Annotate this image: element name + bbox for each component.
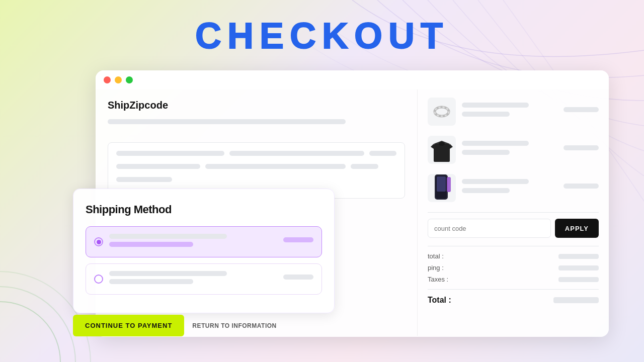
product-info-tshirt bbox=[462, 141, 557, 159]
apply-discount-button[interactable]: APPLY bbox=[555, 219, 599, 238]
subtotal-value bbox=[558, 254, 599, 259]
right-panel: APPLY total : ping : Taxes : Total : bbox=[418, 89, 609, 336]
skeleton bbox=[205, 164, 346, 169]
taxes-row: Taxes : bbox=[428, 276, 599, 283]
skeleton bbox=[116, 151, 224, 156]
divider bbox=[428, 212, 599, 213]
shipping-option-2-details bbox=[109, 271, 277, 287]
total-label: Total : bbox=[428, 296, 451, 305]
return-to-information-button[interactable]: RETURN TO INFORMATION bbox=[192, 322, 276, 329]
skeleton bbox=[564, 145, 599, 150]
skeleton bbox=[462, 103, 529, 108]
discount-code-input[interactable] bbox=[428, 219, 551, 238]
svg-point-1 bbox=[0, 287, 75, 362]
ship-zipcode-title: ShipZipcode bbox=[108, 100, 405, 111]
skeleton-address-line1 bbox=[108, 119, 346, 124]
svg-point-0 bbox=[0, 302, 60, 362]
window-chrome bbox=[96, 70, 609, 89]
subtotal-row: total : bbox=[428, 252, 599, 260]
action-buttons: CONTINUE TO PAYMENT RETURN TO INFORMATIO… bbox=[73, 315, 277, 336]
shipping-label: ping : bbox=[428, 264, 444, 272]
product-image-phone bbox=[428, 174, 456, 202]
skeleton bbox=[462, 112, 510, 117]
skeleton bbox=[462, 141, 529, 146]
product-price-phone bbox=[564, 184, 599, 193]
skeleton bbox=[109, 271, 227, 276]
total-row: Total : bbox=[428, 289, 599, 305]
svg-marker-7 bbox=[450, 144, 453, 149]
shipping-method-card: Shipping Method bbox=[73, 189, 335, 313]
shipping-option-2-price bbox=[283, 275, 313, 284]
shipping-option-2[interactable] bbox=[86, 263, 322, 295]
skeleton bbox=[351, 164, 379, 169]
skeleton bbox=[283, 275, 313, 280]
skeleton bbox=[462, 179, 529, 184]
total-value bbox=[553, 297, 599, 303]
shipping-row: ping : bbox=[428, 264, 599, 272]
taxes-value bbox=[558, 277, 599, 282]
shipping-method-title: Shipping Method bbox=[86, 203, 322, 216]
product-item-phone bbox=[428, 174, 599, 202]
skeleton bbox=[283, 237, 313, 242]
product-image-tshirt bbox=[428, 136, 456, 164]
page-title: CHECKOUT bbox=[0, 15, 644, 56]
window-maximize-btn[interactable] bbox=[126, 76, 133, 83]
svg-rect-13 bbox=[447, 177, 451, 192]
continue-to-payment-button[interactable]: CONTINUE TO PAYMENT bbox=[73, 315, 184, 336]
skeleton bbox=[462, 188, 510, 193]
shipping-value bbox=[558, 265, 599, 270]
shipping-option-1[interactable] bbox=[86, 226, 322, 257]
skeleton bbox=[109, 234, 227, 239]
product-info-ring bbox=[462, 103, 557, 121]
divider2 bbox=[428, 246, 599, 246]
product-item-tshirt bbox=[428, 136, 599, 164]
window-minimize-btn[interactable] bbox=[115, 76, 122, 83]
subtotal-label: total : bbox=[428, 252, 444, 260]
skeleton bbox=[462, 150, 510, 155]
svg-rect-5 bbox=[434, 144, 450, 162]
product-image-ring bbox=[428, 98, 456, 126]
product-info-phone bbox=[462, 179, 557, 197]
skeleton bbox=[109, 279, 193, 284]
product-price-ring bbox=[564, 107, 599, 116]
skeleton bbox=[369, 151, 396, 156]
skeleton bbox=[116, 164, 200, 169]
window-close-btn[interactable] bbox=[104, 76, 111, 83]
taxes-label: Taxes : bbox=[428, 276, 448, 283]
product-price-tshirt bbox=[564, 145, 599, 154]
skeleton bbox=[564, 107, 599, 112]
shipping-option-1-details bbox=[109, 234, 277, 250]
svg-rect-12 bbox=[437, 176, 446, 192]
shipping-option-1-price bbox=[283, 237, 313, 246]
svg-point-9 bbox=[439, 142, 445, 146]
radio-option-2[interactable] bbox=[94, 275, 103, 284]
skeleton bbox=[109, 242, 193, 247]
skeleton bbox=[229, 151, 365, 156]
svg-marker-6 bbox=[431, 144, 434, 149]
skeleton bbox=[116, 177, 172, 182]
discount-row: APPLY bbox=[428, 219, 599, 238]
radio-option-1[interactable] bbox=[94, 237, 103, 246]
product-item-ring bbox=[428, 98, 599, 126]
skeleton bbox=[564, 184, 599, 189]
